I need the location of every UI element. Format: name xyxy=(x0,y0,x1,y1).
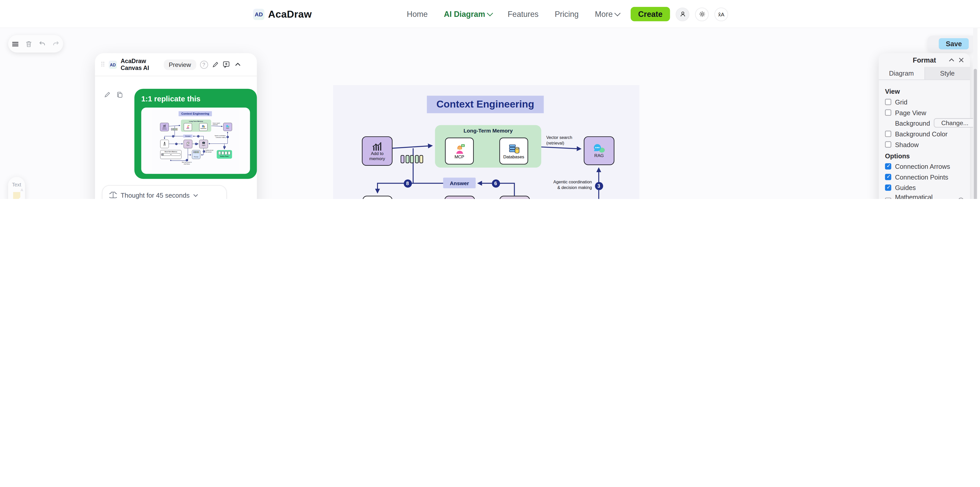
edit-button[interactable] xyxy=(212,61,218,68)
agent-node[interactable]: Agent xyxy=(199,140,208,148)
assistant-response-card: Thought for 45 seconds Generate Diagram … xyxy=(102,185,227,199)
short-term-memory-node[interactable]: Short-Term Memory xyxy=(160,150,181,159)
action-tools-node[interactable]: </> Action Tools xyxy=(217,150,232,159)
action-tools-label: Action Tools xyxy=(217,155,232,157)
background-row: Background Change... xyxy=(895,118,964,128)
guides-checkbox[interactable] xyxy=(885,184,891,190)
uploaded-diagram-thumbnail[interactable]: Context Engineering Add to memory Long-T… xyxy=(141,107,250,174)
page-view-row: Page View xyxy=(885,107,964,117)
chevron-up-icon xyxy=(948,58,954,62)
connection-arrows-row: Connection Arrows xyxy=(885,161,964,171)
step-badge-7: 7 xyxy=(186,159,188,161)
collapse-format-button[interactable] xyxy=(948,56,955,64)
close-format-button[interactable] xyxy=(958,56,965,64)
diagram-title[interactable]: Context Engineering xyxy=(427,96,544,113)
code-tool-tile: </> xyxy=(218,152,221,155)
change-background-button[interactable]: Change... xyxy=(934,118,976,128)
agent-node[interactable]: Agent xyxy=(500,196,530,199)
redo-icon[interactable] xyxy=(52,40,60,48)
copy-message-icon[interactable] xyxy=(116,91,123,98)
user-node[interactable]: User xyxy=(363,196,393,199)
assistant-title: AcaDraw Canvas AI xyxy=(121,57,160,72)
tab-diagram[interactable]: Diagram xyxy=(879,67,924,80)
brand-name: AcaDraw xyxy=(268,8,312,20)
save-button[interactable]: Save xyxy=(939,38,969,49)
profile-button[interactable] xyxy=(676,7,689,21)
language-button[interactable]: x̂A xyxy=(714,7,728,21)
nav-item-more[interactable]: More xyxy=(595,10,619,18)
undo-icon[interactable] xyxy=(38,40,46,48)
memory-node[interactable]: Add to memory xyxy=(160,123,169,131)
nav-item-ai-diagram[interactable]: AI Diagram xyxy=(444,10,491,18)
long-term-memory-title: Long-Term Memory xyxy=(181,120,211,122)
answer-node[interactable]: Answer xyxy=(183,134,192,138)
input-node[interactable]: Input xyxy=(444,196,475,199)
connection-arrows-checkbox[interactable] xyxy=(885,163,891,169)
chevron-up-icon xyxy=(235,62,240,66)
nav-item-pricing[interactable]: Pricing xyxy=(555,10,579,18)
shadow-checkbox[interactable] xyxy=(885,141,891,147)
grid-label: Grid xyxy=(895,98,907,105)
math-help-icon[interactable]: ? xyxy=(958,198,964,199)
nav-item-features[interactable]: Features xyxy=(508,10,538,18)
chevron-down-icon xyxy=(193,193,199,196)
context-chips xyxy=(171,128,177,131)
prompt-node[interactable]: Prompt xyxy=(192,150,200,159)
sticky-note-tool[interactable] xyxy=(13,192,20,199)
user-icon xyxy=(679,11,686,18)
user-label: User xyxy=(163,145,166,146)
drag-handle[interactable] xyxy=(101,62,105,67)
prompt-label: Prompt xyxy=(194,156,198,158)
background-color-checkbox[interactable] xyxy=(885,131,891,137)
pencil-icon xyxy=(212,61,218,68)
edit-message-icon[interactable] xyxy=(104,91,111,98)
math-typesetting-checkbox[interactable] xyxy=(885,198,891,199)
menu-icon[interactable] xyxy=(11,40,19,48)
theme-toggle-button[interactable] xyxy=(695,7,709,21)
trash-icon[interactable] xyxy=(25,40,32,48)
create-button[interactable]: Create xyxy=(631,7,670,21)
long-term-memory-group[interactable]: Long-Term Memory MCP xyxy=(181,120,211,131)
long-term-memory-group[interactable]: Long-Term Memory MCP xyxy=(435,125,541,168)
step-badge-5: 5 xyxy=(203,150,205,152)
connection-points-checkbox[interactable] xyxy=(885,174,891,180)
databases-node[interactable]: Databases xyxy=(500,138,528,164)
chat-bubbles-icon xyxy=(593,143,606,153)
user-node[interactable]: User xyxy=(160,140,169,148)
input-node[interactable]: Input xyxy=(183,140,192,148)
rag-node[interactable]: RAG xyxy=(223,123,232,131)
text-tool[interactable]: Text xyxy=(12,182,21,188)
agentic-annotation: Agentic coordination & decision making xyxy=(551,179,592,190)
memory-node[interactable]: Add to memory xyxy=(362,136,393,166)
guides-row: Guides xyxy=(885,183,964,192)
diagram-title[interactable]: Context Engineering xyxy=(179,111,212,117)
support-agent-icon xyxy=(454,144,465,154)
nav-item-home[interactable]: Home xyxy=(407,10,428,18)
step-badge-4: 4 xyxy=(223,146,226,148)
grid-checkbox[interactable] xyxy=(885,99,891,105)
databases-node[interactable]: Databases xyxy=(199,123,207,131)
rag-node[interactable]: RAG xyxy=(584,136,614,165)
thought-summary[interactable]: Thought for 45 seconds xyxy=(110,191,220,199)
preview-button[interactable]: Preview xyxy=(164,59,196,70)
canvas-toolbar xyxy=(8,35,63,53)
agent-label: Agent xyxy=(202,145,205,146)
mcp-node[interactable]: MCP xyxy=(445,138,474,164)
mcp-node[interactable]: MCP xyxy=(184,123,192,131)
page-view-checkbox[interactable] xyxy=(885,109,891,115)
tool-tile xyxy=(221,152,224,155)
assistant-logo-icon: AD xyxy=(109,60,117,69)
thought-text: Thought for 45 seconds xyxy=(121,191,189,199)
help-icon[interactable]: ? xyxy=(200,60,208,69)
page-view-label: Page View xyxy=(895,109,926,116)
vertical-scrollbar-thumb[interactable] xyxy=(974,69,977,199)
brand[interactable]: AD AcaDraw xyxy=(253,8,312,20)
answer-node[interactable]: Answer xyxy=(443,178,476,188)
databases-label: Databases xyxy=(200,128,206,129)
tab-style[interactable]: Style xyxy=(924,67,970,80)
support-agent-icon xyxy=(186,125,189,128)
collapse-panel-button[interactable] xyxy=(235,62,240,66)
vector-search-annotation: Vector search (retrieval) xyxy=(546,135,585,146)
assistant-header: AD AcaDraw Canvas AI Preview ? xyxy=(95,53,257,77)
new-chat-button[interactable] xyxy=(222,61,230,68)
